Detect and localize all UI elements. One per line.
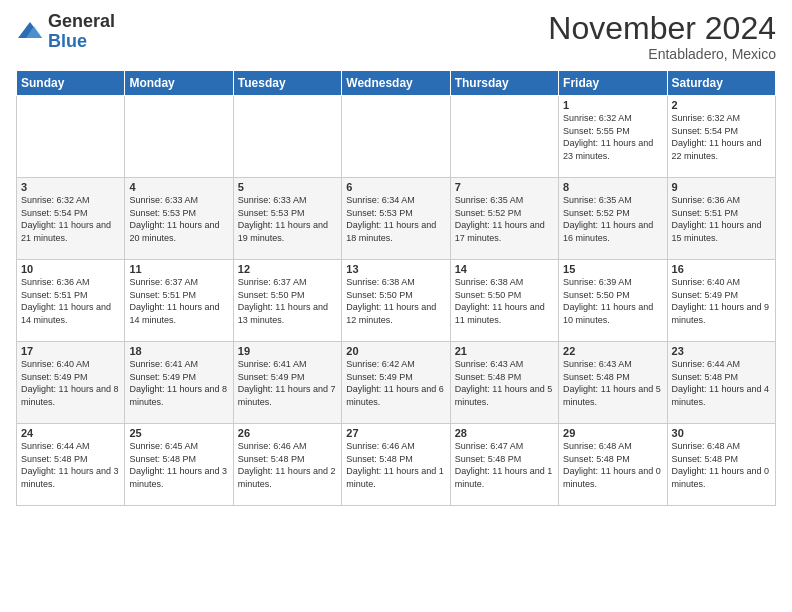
day-info: Sunrise: 6:46 AM Sunset: 5:48 PM Dayligh… (346, 440, 445, 490)
table-row: 23Sunrise: 6:44 AM Sunset: 5:48 PM Dayli… (667, 342, 775, 424)
day-info: Sunrise: 6:33 AM Sunset: 5:53 PM Dayligh… (129, 194, 228, 244)
day-info: Sunrise: 6:37 AM Sunset: 5:51 PM Dayligh… (129, 276, 228, 326)
table-row: 6Sunrise: 6:34 AM Sunset: 5:53 PM Daylig… (342, 178, 450, 260)
table-row (342, 96, 450, 178)
col-thursday: Thursday (450, 71, 558, 96)
table-row: 25Sunrise: 6:45 AM Sunset: 5:48 PM Dayli… (125, 424, 233, 506)
day-info: Sunrise: 6:38 AM Sunset: 5:50 PM Dayligh… (455, 276, 554, 326)
day-number: 22 (563, 345, 662, 357)
day-number: 18 (129, 345, 228, 357)
calendar-table: Sunday Monday Tuesday Wednesday Thursday… (16, 70, 776, 506)
table-row: 17Sunrise: 6:40 AM Sunset: 5:49 PM Dayli… (17, 342, 125, 424)
table-row: 16Sunrise: 6:40 AM Sunset: 5:49 PM Dayli… (667, 260, 775, 342)
day-number: 7 (455, 181, 554, 193)
day-number: 15 (563, 263, 662, 275)
location: Entabladero, Mexico (548, 46, 776, 62)
table-row: 29Sunrise: 6:48 AM Sunset: 5:48 PM Dayli… (559, 424, 667, 506)
table-row: 4Sunrise: 6:33 AM Sunset: 5:53 PM Daylig… (125, 178, 233, 260)
day-info: Sunrise: 6:36 AM Sunset: 5:51 PM Dayligh… (672, 194, 771, 244)
day-number: 10 (21, 263, 120, 275)
table-row (125, 96, 233, 178)
day-info: Sunrise: 6:35 AM Sunset: 5:52 PM Dayligh… (563, 194, 662, 244)
day-number: 19 (238, 345, 337, 357)
table-row: 19Sunrise: 6:41 AM Sunset: 5:49 PM Dayli… (233, 342, 341, 424)
day-number: 30 (672, 427, 771, 439)
day-number: 21 (455, 345, 554, 357)
day-info: Sunrise: 6:39 AM Sunset: 5:50 PM Dayligh… (563, 276, 662, 326)
table-row: 1Sunrise: 6:32 AM Sunset: 5:55 PM Daylig… (559, 96, 667, 178)
day-info: Sunrise: 6:37 AM Sunset: 5:50 PM Dayligh… (238, 276, 337, 326)
month-title: November 2024 (548, 12, 776, 44)
day-info: Sunrise: 6:41 AM Sunset: 5:49 PM Dayligh… (238, 358, 337, 408)
table-row: 9Sunrise: 6:36 AM Sunset: 5:51 PM Daylig… (667, 178, 775, 260)
day-info: Sunrise: 6:32 AM Sunset: 5:54 PM Dayligh… (672, 112, 771, 162)
day-info: Sunrise: 6:38 AM Sunset: 5:50 PM Dayligh… (346, 276, 445, 326)
day-number: 14 (455, 263, 554, 275)
day-info: Sunrise: 6:43 AM Sunset: 5:48 PM Dayligh… (563, 358, 662, 408)
logo: General Blue (16, 12, 115, 52)
col-saturday: Saturday (667, 71, 775, 96)
logo-icon (16, 18, 44, 46)
day-number: 2 (672, 99, 771, 111)
table-row: 20Sunrise: 6:42 AM Sunset: 5:49 PM Dayli… (342, 342, 450, 424)
calendar-header-row: Sunday Monday Tuesday Wednesday Thursday… (17, 71, 776, 96)
table-row: 10Sunrise: 6:36 AM Sunset: 5:51 PM Dayli… (17, 260, 125, 342)
table-row: 27Sunrise: 6:46 AM Sunset: 5:48 PM Dayli… (342, 424, 450, 506)
table-row: 22Sunrise: 6:43 AM Sunset: 5:48 PM Dayli… (559, 342, 667, 424)
day-number: 11 (129, 263, 228, 275)
table-row: 12Sunrise: 6:37 AM Sunset: 5:50 PM Dayli… (233, 260, 341, 342)
day-number: 1 (563, 99, 662, 111)
col-friday: Friday (559, 71, 667, 96)
day-info: Sunrise: 6:32 AM Sunset: 5:55 PM Dayligh… (563, 112, 662, 162)
day-info: Sunrise: 6:33 AM Sunset: 5:53 PM Dayligh… (238, 194, 337, 244)
day-number: 23 (672, 345, 771, 357)
day-info: Sunrise: 6:48 AM Sunset: 5:48 PM Dayligh… (563, 440, 662, 490)
day-info: Sunrise: 6:48 AM Sunset: 5:48 PM Dayligh… (672, 440, 771, 490)
day-number: 3 (21, 181, 120, 193)
table-row (17, 96, 125, 178)
day-number: 16 (672, 263, 771, 275)
table-row: 21Sunrise: 6:43 AM Sunset: 5:48 PM Dayli… (450, 342, 558, 424)
day-info: Sunrise: 6:44 AM Sunset: 5:48 PM Dayligh… (672, 358, 771, 408)
header: General Blue November 2024 Entabladero, … (16, 12, 776, 62)
table-row (233, 96, 341, 178)
col-wednesday: Wednesday (342, 71, 450, 96)
day-info: Sunrise: 6:32 AM Sunset: 5:54 PM Dayligh… (21, 194, 120, 244)
table-row: 13Sunrise: 6:38 AM Sunset: 5:50 PM Dayli… (342, 260, 450, 342)
logo-blue-text: Blue (48, 31, 87, 51)
table-row (450, 96, 558, 178)
day-info: Sunrise: 6:40 AM Sunset: 5:49 PM Dayligh… (672, 276, 771, 326)
table-row: 2Sunrise: 6:32 AM Sunset: 5:54 PM Daylig… (667, 96, 775, 178)
table-row: 8Sunrise: 6:35 AM Sunset: 5:52 PM Daylig… (559, 178, 667, 260)
day-number: 26 (238, 427, 337, 439)
day-number: 4 (129, 181, 228, 193)
table-row: 15Sunrise: 6:39 AM Sunset: 5:50 PM Dayli… (559, 260, 667, 342)
day-number: 17 (21, 345, 120, 357)
day-number: 13 (346, 263, 445, 275)
day-info: Sunrise: 6:44 AM Sunset: 5:48 PM Dayligh… (21, 440, 120, 490)
calendar-week-row: 3Sunrise: 6:32 AM Sunset: 5:54 PM Daylig… (17, 178, 776, 260)
table-row: 18Sunrise: 6:41 AM Sunset: 5:49 PM Dayli… (125, 342, 233, 424)
day-info: Sunrise: 6:45 AM Sunset: 5:48 PM Dayligh… (129, 440, 228, 490)
day-info: Sunrise: 6:40 AM Sunset: 5:49 PM Dayligh… (21, 358, 120, 408)
page: General Blue November 2024 Entabladero, … (0, 0, 792, 612)
day-number: 9 (672, 181, 771, 193)
calendar-week-row: 10Sunrise: 6:36 AM Sunset: 5:51 PM Dayli… (17, 260, 776, 342)
day-info: Sunrise: 6:34 AM Sunset: 5:53 PM Dayligh… (346, 194, 445, 244)
day-number: 28 (455, 427, 554, 439)
table-row: 28Sunrise: 6:47 AM Sunset: 5:48 PM Dayli… (450, 424, 558, 506)
table-row: 7Sunrise: 6:35 AM Sunset: 5:52 PM Daylig… (450, 178, 558, 260)
day-number: 24 (21, 427, 120, 439)
table-row: 14Sunrise: 6:38 AM Sunset: 5:50 PM Dayli… (450, 260, 558, 342)
table-row: 30Sunrise: 6:48 AM Sunset: 5:48 PM Dayli… (667, 424, 775, 506)
col-monday: Monday (125, 71, 233, 96)
table-row: 5Sunrise: 6:33 AM Sunset: 5:53 PM Daylig… (233, 178, 341, 260)
day-info: Sunrise: 6:47 AM Sunset: 5:48 PM Dayligh… (455, 440, 554, 490)
day-info: Sunrise: 6:42 AM Sunset: 5:49 PM Dayligh… (346, 358, 445, 408)
day-info: Sunrise: 6:35 AM Sunset: 5:52 PM Dayligh… (455, 194, 554, 244)
table-row: 24Sunrise: 6:44 AM Sunset: 5:48 PM Dayli… (17, 424, 125, 506)
day-info: Sunrise: 6:46 AM Sunset: 5:48 PM Dayligh… (238, 440, 337, 490)
calendar-week-row: 24Sunrise: 6:44 AM Sunset: 5:48 PM Dayli… (17, 424, 776, 506)
day-number: 8 (563, 181, 662, 193)
day-number: 5 (238, 181, 337, 193)
